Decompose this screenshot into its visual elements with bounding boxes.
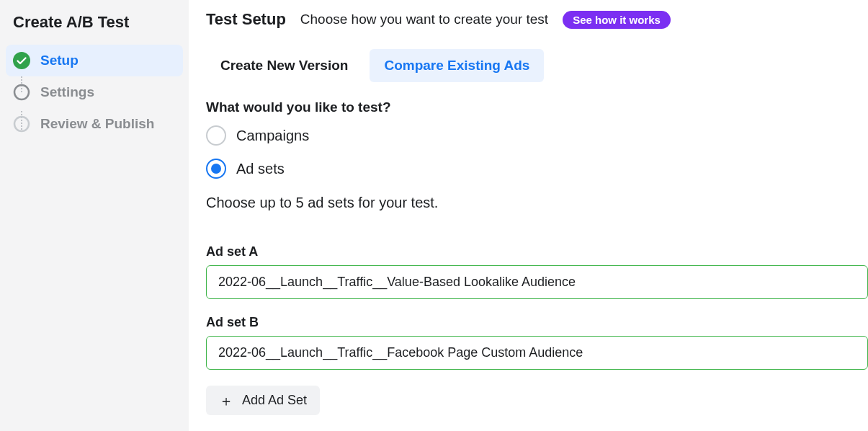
check-circle-icon: [13, 52, 30, 69]
question-label: What would you like to test?: [206, 99, 868, 125]
step-settings[interactable]: Settings: [6, 76, 183, 108]
test-type-radio-group: Campaigns Ad sets: [206, 125, 868, 195]
radio-label: Ad sets: [236, 161, 285, 177]
plus-icon: ＋: [219, 394, 233, 408]
adset-b-block: Ad set B 2022-06__Launch__Traffic__Faceb…: [206, 315, 868, 386]
field-label: Ad set A: [206, 244, 868, 265]
tab-bar: Create New Version Compare Existing Ads: [206, 36, 868, 99]
circle-empty-icon: [13, 115, 30, 133]
radio-campaigns[interactable]: Campaigns: [206, 125, 868, 146]
step-label: Review & Publish: [40, 116, 154, 132]
sidebar: Create A/B Test Setup Settings R: [0, 0, 189, 431]
circle-empty-icon: [13, 84, 30, 101]
step-list: Setup Settings Review & Publish: [6, 45, 183, 140]
helper-text: Choose up to 5 ad sets for your test.: [206, 195, 868, 244]
svg-point-0: [13, 52, 30, 69]
svg-point-1: [14, 85, 29, 99]
radio-ad-sets[interactable]: Ad sets: [206, 159, 868, 179]
step-setup[interactable]: Setup: [6, 45, 183, 76]
field-label: Ad set B: [206, 315, 868, 336]
tab-create-new-version[interactable]: Create New Version: [206, 49, 362, 82]
radio-label: Campaigns: [236, 128, 309, 144]
page-title: Create A/B Test: [6, 13, 183, 45]
header-row: Test Setup Choose how you want to create…: [206, 10, 868, 36]
add-ad-set-button[interactable]: ＋ Add Ad Set: [206, 386, 320, 415]
section-subtitle: Choose how you want to create your test: [300, 12, 548, 27]
adset-a-block: Ad set A 2022-06__Launch__Traffic__Value…: [206, 244, 868, 315]
step-label: Settings: [40, 84, 94, 100]
tab-compare-existing-ads[interactable]: Compare Existing Ads: [370, 49, 544, 82]
radio-icon: [206, 159, 226, 179]
step-label: Setup: [40, 53, 79, 68]
see-how-it-works-button[interactable]: See how it works: [563, 11, 671, 29]
svg-point-2: [14, 117, 29, 131]
radio-icon: [206, 125, 226, 146]
section-title: Test Setup: [206, 10, 286, 29]
adset-a-select[interactable]: 2022-06__Launch__Traffic__Value-Based Lo…: [206, 265, 868, 299]
add-ad-set-label: Add Ad Set: [242, 393, 307, 408]
adset-b-select[interactable]: 2022-06__Launch__Traffic__Facebook Page …: [206, 336, 868, 370]
step-review-publish[interactable]: Review & Publish: [6, 108, 183, 140]
main-content: Test Setup Choose how you want to create…: [189, 0, 868, 431]
